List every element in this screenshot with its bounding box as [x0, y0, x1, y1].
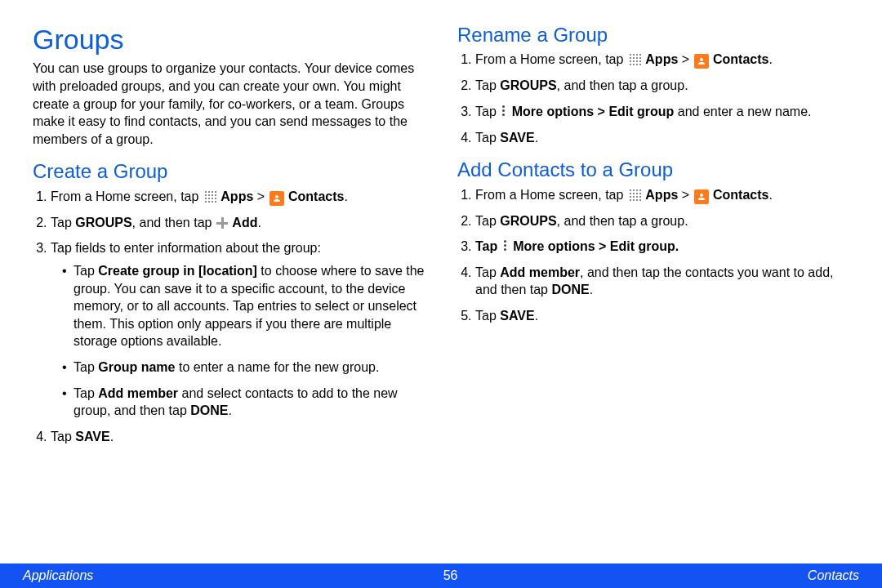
footer-right: Contacts	[808, 568, 859, 583]
plus-icon	[216, 217, 228, 229]
substep-add-member: Tap Add member and select contacts to ad…	[62, 385, 425, 420]
more-options-icon	[501, 105, 507, 118]
left-column: Groups You can use groups to organize yo…	[33, 24, 425, 564]
add-step-5: Tap SAVE.	[475, 307, 849, 325]
add-contacts-heading: Add Contacts to a Group	[457, 159, 849, 180]
create-group-heading: Create a Group	[33, 161, 425, 182]
rename-step-1: From a Home screen, tap Apps > Contacts.	[475, 51, 849, 69]
more-options-icon	[502, 239, 509, 252]
apps-icon	[203, 189, 216, 203]
create-group-steps: From a Home screen, tap Apps > Contacts.…	[33, 188, 425, 446]
rename-group-heading: Rename a Group	[457, 24, 849, 46]
substep-name: Tap Group name to enter a name for the n…	[62, 359, 425, 376]
step-2: Tap GROUPS, and then tap Add.	[51, 214, 425, 232]
right-column: Rename a Group From a Home screen, tap A…	[457, 24, 849, 564]
add-step-2: Tap GROUPS, and then tap a group.	[475, 212, 849, 230]
add-step-3: Tap More options > Edit group.	[475, 238, 849, 256]
footer-bar: Applications 56 Contacts	[0, 564, 882, 588]
rename-step-3: Tap More options > Edit group and enter …	[475, 103, 849, 121]
step-4: Tap SAVE.	[51, 428, 425, 446]
intro-text: You can use groups to organize your cont…	[33, 60, 425, 148]
page-title: Groups	[33, 24, 425, 55]
substep-location: Tap Create group in [location] to choose…	[62, 262, 425, 350]
add-step-4: Tap Add member, and then tap the contact…	[475, 264, 849, 299]
page-number: 56	[443, 568, 458, 583]
apps-icon	[628, 188, 641, 201]
contacts-icon	[694, 54, 709, 69]
apps-icon	[628, 52, 641, 65]
contacts-icon	[270, 191, 284, 206]
add-contacts-steps: From a Home screen, tap Apps > Contacts.…	[457, 186, 849, 325]
step-3: Tap fields to enter information about th…	[51, 239, 425, 419]
add-step-1: From a Home screen, tap Apps > Contacts.	[475, 186, 849, 204]
step-1: From a Home screen, tap Apps > Contacts.	[51, 188, 425, 206]
footer-left: Applications	[23, 568, 93, 583]
rename-group-steps: From a Home screen, tap Apps > Contacts.…	[457, 51, 849, 146]
rename-step-2: Tap GROUPS, and then tap a group.	[475, 77, 849, 95]
contacts-icon	[694, 189, 709, 204]
rename-step-4: Tap SAVE.	[475, 129, 849, 147]
